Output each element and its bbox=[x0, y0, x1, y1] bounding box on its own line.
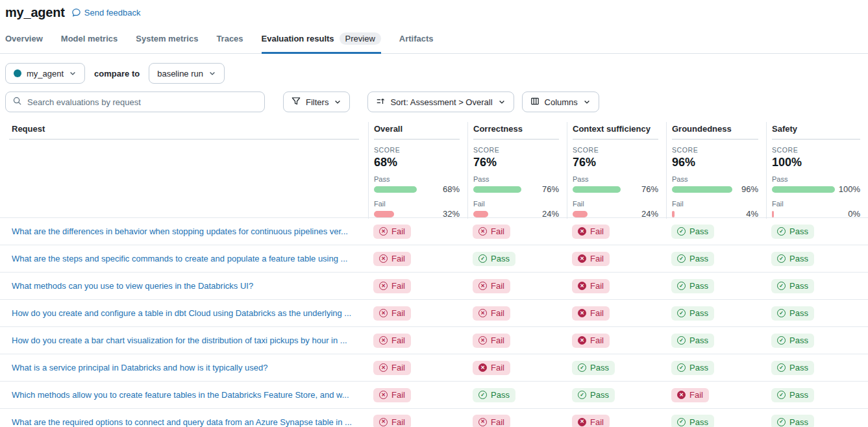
tab-label: Evaluation results bbox=[262, 34, 334, 43]
result-label: Fail bbox=[689, 390, 703, 400]
send-feedback-label: Send feedback bbox=[84, 8, 141, 18]
result-label: Fail bbox=[491, 308, 504, 318]
check-circle-icon bbox=[677, 418, 686, 426]
pass-badge[interactable]: Pass bbox=[473, 252, 515, 266]
request-link[interactable]: What are the differences in behavior whe… bbox=[12, 226, 348, 236]
result-label: Pass bbox=[689, 226, 708, 236]
result-label: Pass bbox=[789, 417, 808, 427]
result-label: Pass bbox=[789, 363, 808, 372]
request-link[interactable]: Which methods allow you to create featur… bbox=[12, 390, 349, 400]
pass-badge[interactable]: Pass bbox=[671, 252, 714, 266]
fail-badge[interactable]: Fail bbox=[572, 306, 610, 321]
check-circle-icon bbox=[478, 391, 487, 399]
pass-badge[interactable]: Pass bbox=[771, 306, 814, 321]
check-circle-icon bbox=[677, 336, 686, 345]
result-label: Pass bbox=[590, 363, 609, 372]
pass-badge[interactable]: Pass bbox=[771, 279, 814, 293]
request-link[interactable]: What are the steps and specific commands… bbox=[12, 254, 347, 263]
request-link[interactable]: What is a service principal in Databrick… bbox=[12, 363, 268, 372]
pass-badge[interactable]: Pass bbox=[671, 361, 714, 375]
fail-badge[interactable]: Fail bbox=[572, 225, 610, 239]
metric-column-header: Overall SCORE 68% Pass 68% Fail 32% bbox=[368, 122, 467, 219]
fail-badge[interactable]: Fail bbox=[572, 252, 610, 266]
tab-model-metrics[interactable]: Model metrics bbox=[61, 30, 118, 54]
fail-percentage: 0% bbox=[848, 209, 860, 219]
fail-badge[interactable]: Fail bbox=[373, 306, 411, 321]
x-circle-icon bbox=[478, 309, 487, 317]
filters-button[interactable]: Filters bbox=[283, 92, 350, 112]
columns-button[interactable]: Columns bbox=[522, 92, 599, 112]
request-link[interactable]: How do you create and configure a table … bbox=[12, 308, 351, 318]
pass-badge[interactable]: Pass bbox=[671, 415, 714, 427]
fail-badge[interactable]: Fail bbox=[373, 388, 411, 402]
pass-badge[interactable]: Pass bbox=[771, 415, 814, 427]
compare-to-label: compare to bbox=[94, 69, 140, 79]
result-cell: Fail bbox=[368, 361, 467, 375]
pass-badge[interactable]: Pass bbox=[771, 334, 814, 348]
fail-badge[interactable]: Fail bbox=[572, 279, 610, 293]
fail-badge[interactable]: Fail bbox=[671, 388, 709, 402]
pass-badge[interactable]: Pass bbox=[671, 334, 714, 348]
send-feedback-link[interactable]: Send feedback bbox=[71, 8, 141, 18]
request-link[interactable]: What methods can you use to view queries… bbox=[12, 281, 253, 291]
pass-bar bbox=[672, 186, 732, 193]
run-selector-dropdown[interactable]: my_agent bbox=[5, 63, 85, 84]
pass-badge[interactable]: Pass bbox=[572, 361, 615, 375]
fail-badge[interactable]: Fail bbox=[373, 225, 411, 239]
toolbar: Filters Sort: Assessment > Overall Colum… bbox=[5, 92, 863, 112]
tab-traces[interactable]: Traces bbox=[216, 30, 243, 54]
fail-badge[interactable]: Fail bbox=[473, 361, 510, 375]
pass-badge[interactable]: Pass bbox=[771, 388, 814, 402]
fail-badge[interactable]: Fail bbox=[373, 279, 411, 293]
fail-badge[interactable]: Fail bbox=[473, 415, 510, 427]
fail-badge[interactable]: Fail bbox=[473, 225, 510, 239]
evaluation-table: Request Overall SCORE 68% Pass 68% Fail … bbox=[0, 122, 868, 427]
pass-badge[interactable]: Pass bbox=[771, 252, 814, 266]
baseline-run-dropdown[interactable]: baseline run bbox=[149, 63, 225, 84]
pass-badge[interactable]: Pass bbox=[473, 388, 515, 402]
pass-badge[interactable]: Pass bbox=[572, 388, 615, 402]
tab-system-metrics[interactable]: System metrics bbox=[136, 30, 198, 54]
fail-label: Fail bbox=[772, 200, 860, 208]
fail-badge[interactable]: Fail bbox=[373, 361, 411, 375]
fail-label: Fail bbox=[473, 200, 559, 208]
fail-badge[interactable]: Fail bbox=[473, 334, 510, 348]
search-input[interactable] bbox=[27, 97, 258, 107]
fail-badge[interactable]: Fail bbox=[373, 252, 411, 266]
x-circle-icon bbox=[478, 336, 487, 345]
fail-badge[interactable]: Fail bbox=[373, 334, 411, 348]
result-cell: Pass bbox=[766, 388, 868, 402]
chevron-down-icon bbox=[334, 98, 341, 106]
x-circle-icon bbox=[379, 227, 388, 236]
check-circle-icon bbox=[777, 418, 786, 426]
result-cell: Pass bbox=[766, 225, 868, 239]
fail-percentage: 4% bbox=[746, 209, 758, 219]
fail-badge[interactable]: Fail bbox=[572, 334, 610, 348]
check-circle-icon bbox=[677, 282, 686, 290]
x-circle-icon bbox=[478, 282, 487, 290]
table-row: What is a service principal in Databrick… bbox=[0, 354, 868, 381]
request-link[interactable]: What are the required options to connect… bbox=[12, 417, 352, 427]
fail-badge[interactable]: Fail bbox=[572, 415, 610, 427]
result-label: Pass bbox=[789, 226, 808, 236]
result-cell: Pass bbox=[666, 252, 766, 266]
pass-badge[interactable]: Pass bbox=[671, 225, 714, 239]
tab-artifacts[interactable]: Artifacts bbox=[399, 30, 434, 54]
sort-button[interactable]: Sort: Assessment > Overall bbox=[367, 92, 514, 112]
fail-badge[interactable]: Fail bbox=[473, 306, 510, 321]
chevron-down-icon bbox=[583, 98, 591, 106]
fail-badge[interactable]: Fail bbox=[473, 279, 510, 293]
fail-badge[interactable]: Fail bbox=[373, 415, 411, 427]
check-circle-icon bbox=[478, 254, 487, 263]
pass-badge[interactable]: Pass bbox=[671, 279, 714, 293]
pass-badge[interactable]: Pass bbox=[771, 361, 814, 375]
pass-badge[interactable]: Pass bbox=[671, 306, 714, 321]
tab-overview[interactable]: Overview bbox=[5, 30, 43, 54]
tab-evaluation-results[interactable]: Evaluation results Preview bbox=[262, 30, 381, 54]
result-label: Pass bbox=[689, 281, 708, 291]
result-cell: Pass bbox=[567, 361, 666, 375]
result-label: Fail bbox=[491, 417, 504, 427]
request-link[interactable]: How do you create a bar chart visualizat… bbox=[12, 336, 347, 345]
result-cell: Fail bbox=[368, 306, 467, 321]
pass-badge[interactable]: Pass bbox=[771, 225, 814, 239]
